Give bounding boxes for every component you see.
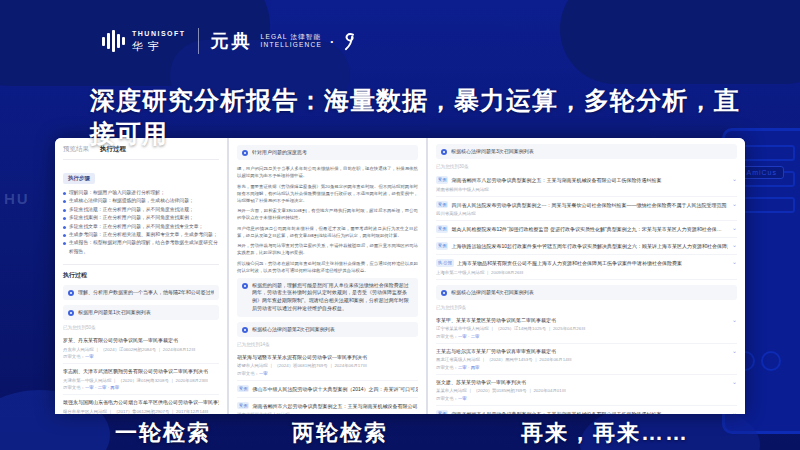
case-meta: 辽宁省某某市中级人民法院 ｜ （2025）辽14民终1025号 ｜ 2025年0… — [436, 326, 728, 331]
chevron-down-icon[interactable]: ⌄ — [732, 242, 737, 248]
step-text: 多轮查找案例：正在分析用户问题，从不同角度查找案例； — [69, 214, 194, 222]
case-title[interactable]: 案例四川省人民法院发布劳动争议典型案例之一：周某与某餐饮公司社会保险纠纷案——缴… — [436, 201, 728, 209]
slide-title: 深度研究分析报告：海量数据，暴力运算，多轮分析，直接可用 — [90, 84, 750, 150]
history-links[interactable]: 二审 · 再审 — [458, 365, 479, 370]
case-row[interactable]: 李志刚、天津市武清区鹏翔劳务有限公司劳动争议二审民事判决书 天津市第一中级人民法… — [63, 364, 219, 395]
case-meta: 四川省高级人民法院 — [436, 211, 728, 216]
chevron-down-icon[interactable]: ⌄ — [732, 410, 737, 415]
step-item: 生成核心法律问题：根据提炼的问题，生成核心法律问题； — [63, 197, 219, 205]
case-row[interactable]: 胡某海与诸暨市某某水泥有限公司劳动争议一审民事判决书 诸暨市人民法院 ｜ （20… — [237, 350, 418, 381]
case-title[interactable]: 张文建、苏某某劳动争议一审民事判决书 — [436, 379, 728, 386]
history-label: 历审文书： — [436, 365, 458, 370]
case-row[interactable]: 李某甲、某某市某景区某劳动争议民第二审民事裁定书 辽宁省某某市中级人民法院 ｜ … — [436, 313, 737, 344]
step-text: 生成参考问题：正在分析相关法规、案例和专业文章，生成参考问题； — [69, 231, 218, 239]
history-links[interactable]: 一审 — [85, 354, 94, 359]
case-row[interactable]: 案例湖南省郴州市八起劳动争议典型案例之五：王某与湖南某机械设备有限公司工伤保险待… — [436, 172, 737, 197]
step-text: 理解问题：根据用户输入问题进行分析理解； — [69, 189, 165, 197]
process-item[interactable]: 根据用户问题第1次召回案例列表 — [63, 305, 219, 320]
robot-eye — [761, 351, 781, 371]
process-item[interactable]: 理解、分析用户数据里的一个当事人，他每隔2年和公司签过线上社保协议，很遗憾没有获… — [63, 285, 219, 300]
case-title-text[interactable]: 湖南省郴州市六起劳动争议典型案例之五：王某与湖南某机械设备有限公司工伤保险待遇纠… — [252, 403, 418, 409]
case-tag: 案例 — [436, 410, 448, 415]
case-list-round3: 案例湖南省郴州市八起劳动争议典型案例之五：王某与湖南某机械设备有限公司工伤保险待… — [436, 172, 737, 280]
case-title[interactable]: 执-公报上海市某物品和某有限责任公司不服上海市人力资源和社会保障局工伤争议案件申… — [436, 259, 728, 267]
chevron-down-icon[interactable]: ⌄ — [732, 259, 737, 265]
case-title-text[interactable]: 李某甲、某某市某景区某劳动争议民第二审民事裁定书 — [436, 317, 556, 323]
case-title-text[interactable]: 罗某、丹东某有限公司劳动争议民第一审民事裁定书 — [63, 337, 178, 343]
case-meta: 上海市第二中级人民法院 ｜ 2009年08月26日 — [436, 270, 728, 275]
case-title-text[interactable]: 胡某海与诸暨市某某水泥有限公司劳动争议一审民事判决书 — [237, 354, 367, 360]
case-title-text[interactable]: 最高人民检察院发布12件“加强行政检察监督 促进行政争议实质性化解”典型案例之九… — [451, 226, 721, 232]
case-history: 历审文书：二审 · 再审 — [436, 365, 728, 370]
case-row[interactable]: 案例湖南省郴州市八起劳动争议典型案例之五：王某与湖南某机械设备有限公司工伤保险待… — [436, 406, 737, 415]
thunisoft-logo-icon — [102, 30, 125, 52]
case-history: 历审文书：一审 — [63, 354, 219, 359]
case-title-text[interactable]: 张文建、苏某某劳动争议一审民事判决书 — [436, 379, 526, 385]
case-row[interactable]: 罗某、丹东某有限公司劳动争议民第一审民事裁定书 丹东市人民法院 ｜ （2024）… — [63, 333, 219, 364]
chevron-down-icon[interactable]: ⌄ — [732, 225, 737, 231]
case-title-text[interactable]: 湖南省郴州市八起劳动争议典型案例之五：王某与湖南某机械设备有限公司工伤保险待遇纠… — [451, 411, 661, 415]
case-title[interactable]: 最强永与国网山东省电力公司烟台市牟平区供电公司劳动争议一审民事判决书 — [63, 399, 219, 406]
case-title-text[interactable]: 最强永与国网山东省电力公司烟台市牟平区供电公司劳动争议一审民事判决书 — [63, 399, 219, 405]
history-links[interactable]: 一审 — [458, 396, 467, 401]
case-title[interactable]: 王某志与哈尔滨市某某厂劳动争议再审审查民事裁定书 — [436, 348, 728, 355]
case-title-text[interactable]: 四川省人民法院发布劳动争议典型案例之一：周某与某餐饮公司社会保险纠纷案——缴纳社… — [451, 202, 726, 208]
case-row-main: 案例佛山市中级人民法院劳动争议十大典型案例（2014）之四：舟某诉“可口可乐”饮… — [237, 385, 418, 393]
case-row[interactable]: 王某志与哈尔滨市某某厂劳动争议再审审查民事裁定书 黑龙江省高级人民法院 ｜ （2… — [436, 344, 737, 375]
mascot-swirl-icon — [342, 32, 359, 51]
case-title-text[interactable]: 王某志与哈尔滨市某某厂劳动争议再审审查民事裁定书 — [436, 348, 556, 354]
case-tag: 案例 — [436, 242, 448, 250]
chevron-down-icon[interactable]: ⌄ — [732, 176, 737, 182]
tagline-line2: INTELLIGENCE — [261, 41, 322, 49]
case-title[interactable]: 胡某海与诸暨市某某水泥有限公司劳动争议一审民事判决书 — [237, 354, 418, 361]
case-title-text[interactable]: 上海市某物品和某有限责任公司不服上海市人力资源和社会保障局工伤争议案件申请补缴社… — [457, 260, 682, 266]
logo-divider — [198, 28, 199, 54]
case-row[interactable]: 案例四川省人民法院发布劳动争议典型案例之一：周某与某餐饮公司社会保险纠纷案——缴… — [436, 197, 737, 222]
case-title[interactable]: 案例湖南省郴州市六起劳动争议典型案例之五：王某与湖南某机械设备有限公司工伤保险待… — [237, 402, 418, 410]
bullet-icon — [63, 209, 66, 212]
found-count: 已为您找到50条 — [63, 325, 219, 330]
interpretation-item[interactable]: 根据您的问题，理解您可能是想问“用人单位未依法缴纳社会保险费超过两年，劳动者主张… — [237, 278, 418, 317]
case-meta: 烟台市牟平区人民法院 ｜ （2017）鲁0612民初2907号 ｜ 2017年1… — [63, 409, 219, 414]
case-tag: 执-公报 — [436, 259, 454, 267]
agent-step-icon — [242, 283, 248, 289]
case-row[interactable]: 案例佛山市中级人民法院劳动争议十大典型案例（2014）之四：舟某诉“可口可乐”饮… — [237, 381, 418, 398]
case-title[interactable]: 案例湖南省郴州市八起劳动争议典型案例之五：王某与湖南某机械设备有限公司工伤保险待… — [436, 176, 728, 184]
case-title[interactable]: 案例湖南省郴州市八起劳动争议典型案例之五：王某与湖南某机械设备有限公司工伤保险待… — [436, 410, 728, 415]
recall-header-4[interactable]: 根据核心法律问题第4次召回案例列表 — [436, 285, 737, 300]
case-title-text[interactable]: 佛山市中级人民法院劳动争议十大典型案例（2014）之四：舟某诉“可口可乐”饮料厂… — [252, 386, 418, 392]
case-tag: 案例 — [436, 225, 448, 233]
case-title-text[interactable]: 上海铁路运输法院发布10起行政案件集中管辖五周年行政争议实质解决典型案例之六：顾… — [451, 243, 728, 249]
case-row[interactable]: 案例最高人民检察院发布12件“加强行政检察监督 促进行政争议实质性化解”典型案例… — [436, 221, 737, 238]
case-title[interactable]: 罗某、丹东某有限公司劳动争议民第一审民事裁定书 — [63, 337, 219, 344]
step-item: 生成报告：模型根据对用户问题的理解，结合参考数据生成深度研究分析报告。 — [63, 239, 219, 256]
case-title-text[interactable]: 李志刚、天津市武清区鹏翔劳务有限公司劳动争议二审民事判决书 — [63, 368, 208, 374]
history-links[interactable]: 一审 — [259, 371, 268, 376]
chevron-down-icon[interactable]: ⌄ — [732, 348, 737, 354]
bullet-icon — [63, 200, 66, 203]
case-row[interactable]: 执-公报上海市某物品和某有限责任公司不服上海市人力资源和社会保障局工伤争议案件申… — [436, 255, 737, 280]
case-meta: 某某市人民法院 ｜ （2020）冀0185民初769号 ｜ 2020年04月01… — [436, 388, 728, 393]
case-row[interactable]: 张文建、苏某某劳动争议一审民事判决书 某某市人民法院 ｜ （2020）冀0185… — [436, 375, 737, 406]
history-links[interactable]: 一审 · 二审 — [458, 334, 479, 339]
found-count: 已为您找到9条 — [436, 305, 737, 310]
case-title[interactable]: 李某甲、某某市某景区某劳动争议民第二审民事裁定书 — [436, 317, 728, 324]
case-title[interactable]: 案例最高人民检察院发布12件“加强行政检察监督 促进行政争议实质性化解”典型案例… — [436, 225, 728, 233]
case-row[interactable]: 案例湖南省郴州市六起劳动争议典型案例之五：王某与湖南某机械设备有限公司工伤保险待… — [237, 398, 418, 414]
process-section-header: 执行过程 — [63, 264, 219, 280]
case-title[interactable]: 李志刚、天津市武清区鹏翔劳务有限公司劳动争议二审民事判决书 — [63, 368, 219, 375]
case-title[interactable]: 案例上海铁路运输法院发布10起行政案件集中管辖五周年行政争议实质解决典型案例之六… — [436, 242, 728, 250]
case-row[interactable]: 最强永与国网山东省电力公司烟台市牟平区供电公司劳动争议一审民事判决书 烟台市牟平… — [63, 395, 219, 414]
chevron-down-icon[interactable]: ⌄ — [732, 201, 737, 207]
tab-preview-result[interactable]: 预览结果 — [63, 145, 89, 154]
found-count: 已为您找到30条 — [436, 164, 737, 169]
thinking-paragraph: 用户信息的情况是公司两年前未缴社保，但最近才发现，需要考虑时效是从行为发生之日起… — [237, 225, 418, 239]
agent-step-icon — [242, 150, 248, 156]
history-links[interactable]: 一审 · 二审 · 再审 — [85, 385, 119, 390]
chevron-down-icon[interactable]: ⌄ — [732, 317, 737, 323]
recall-header-2[interactable]: 根据核心法律问题第2次召回案例列表 — [237, 322, 418, 337]
case-row[interactable]: 案例上海铁路运输法院发布10起行政案件集中管辖五周年行政争议实质解决典型案例之六… — [436, 238, 737, 255]
case-title[interactable]: 案例佛山市中级人民法院劳动争议十大典型案例（2014）之四：舟某诉“可口可乐”饮… — [237, 385, 418, 393]
chevron-down-icon[interactable]: ⌄ — [732, 379, 737, 385]
case-title-text[interactable]: 湖南省郴州市八起劳动争议典型案例之五：王某与湖南某机械设备有限公司工伤保险待遇纠… — [451, 177, 661, 183]
